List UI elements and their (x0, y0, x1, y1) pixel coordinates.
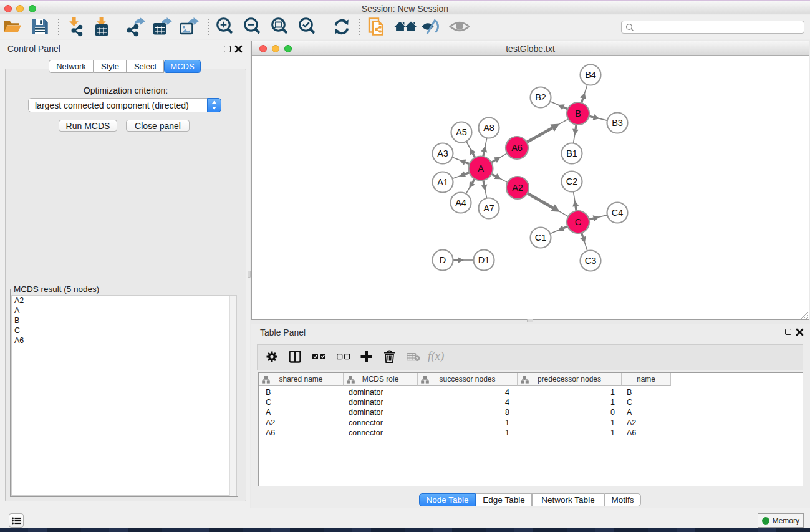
svg-text:B4: B4 (585, 70, 596, 80)
svg-text:B2: B2 (535, 92, 546, 102)
svg-text:D: D (440, 255, 446, 265)
svg-text:A8: A8 (483, 123, 494, 133)
svg-text:A: A (478, 163, 484, 173)
svg-text:B3: B3 (612, 118, 623, 128)
svg-text:D1: D1 (478, 255, 490, 265)
svg-text:A5: A5 (456, 127, 467, 137)
svg-text:B1: B1 (566, 148, 577, 158)
svg-text:A4: A4 (455, 198, 466, 208)
svg-text:C2: C2 (566, 177, 578, 186)
svg-text:A7: A7 (483, 203, 494, 213)
svg-text:A2: A2 (512, 183, 523, 193)
svg-text:B: B (575, 109, 581, 118)
svg-text:A3: A3 (437, 148, 448, 158)
svg-text:A1: A1 (437, 177, 448, 187)
svg-text:C4: C4 (612, 208, 624, 218)
svg-text:A6: A6 (511, 143, 523, 153)
svg-text:C: C (575, 217, 581, 227)
svg-text:C3: C3 (585, 256, 597, 266)
svg-text:C1: C1 (535, 233, 547, 243)
